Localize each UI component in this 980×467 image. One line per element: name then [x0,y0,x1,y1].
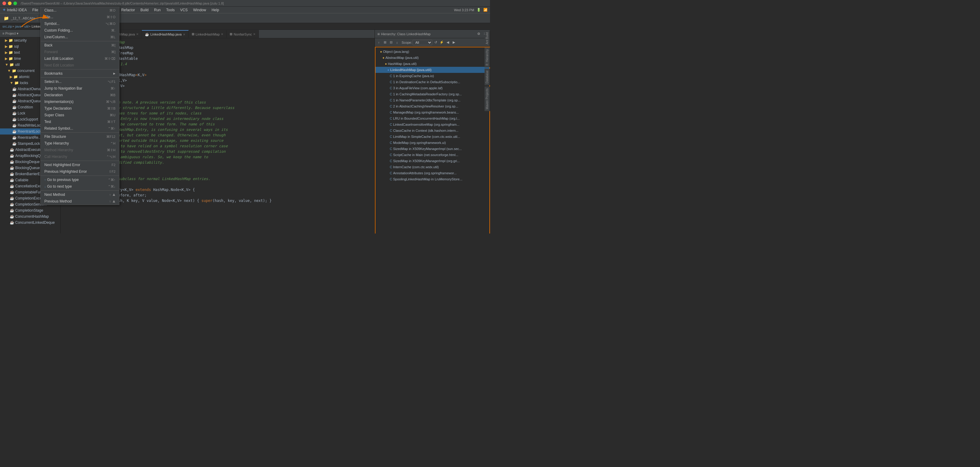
dd-class[interactable]: Class... ⌘O [41,7,119,14]
maximize-button[interactable] [13,2,17,5]
hierarchy-prev-icon[interactable]: ◀ [445,40,450,45]
dd-select-in[interactable]: Select In... ⌥F1 [41,78,119,85]
dd-prev-error-shortcut: ⇧F2 [109,170,115,174]
dd-prev-error[interactable]: Previous Highlighted Error ⇧F2 [41,168,119,175]
hierarchy-collapse-icon[interactable]: ⊟ [388,40,394,45]
h-linkedhashmap[interactable]: ● LinkedHashMap (java.util) [375,67,489,73]
h-lru[interactable]: C LRU in BoundedConcurrentHashMap (org.l… [375,115,489,121]
dd-declaration[interactable]: Declaration ⌘B [41,92,119,98]
dd-jump-nav[interactable]: Jump to Navigation Bar ⌘↑ [41,85,119,92]
dd-next-method-shortcut: ↑ [109,193,115,197]
dd-method-hierarchy-shortcut: ⌘⇧H [107,148,115,152]
dd-next-type[interactable]: ↓ Go to next type ⌃⌘↓ [41,183,119,190]
dd-next-error[interactable]: Next Highlighted Error F2 [41,162,119,168]
dd-prev-method[interactable]: Previous Method ↑ [41,198,119,205]
dd-super-class[interactable]: Super Class ⌘U [41,112,119,118]
dd-next-edit-label: Next Edit Location [45,63,111,67]
dd-file[interactable]: File... ⌘⇧O [41,14,119,20]
run-config-selector[interactable]: _12_T...ABCAlte [11,14,35,22]
h-abstractmap[interactable]: ● AbstractMap (java.util) [375,55,489,61]
hierarchy-next-icon[interactable]: ▶ [451,40,457,45]
menu-run[interactable]: Run [151,7,163,13]
bc-java[interactable]: java [15,25,21,28]
tab-nonfairsync[interactable]: ⊞ NonfairSync ✕ [227,30,259,38]
h-limitmap[interactable]: C LimitMap in SimpleCache (com.ctc.wstx.… [375,133,489,140]
h-managedmap[interactable]: C ManagedMap (org.springframework.beans.… [375,109,489,115]
dd-type-hierarchy-shortcut: ⌃H [110,141,115,145]
menu-refactor[interactable]: Refactor [119,7,137,13]
tab-linkedhashmap[interactable]: ☕ LinkedHashMap.java ✕ [142,30,189,38]
tab-close-linkedhashmap2[interactable]: ✕ [221,32,223,36]
hierarchy-expand-icon[interactable]: ⊞ [382,40,388,45]
dd-prev-type[interactable]: ↑ Go to previous type ⌃⌘↑ [41,176,119,183]
hierarchy-settings-icon[interactable]: ⚙ [476,31,482,37]
side-tab-maven[interactable]: Maven Projects [485,87,490,111]
close-button[interactable] [2,2,6,5]
dd-test[interactable]: Test ⌘⇧T [41,118,119,125]
tree-concurrenthashmap[interactable]: ☕ ConcurrentHashMap [0,213,60,219]
h-modelmap[interactable]: C ModelMap (org.springframework.ui) [375,140,489,146]
menu-window[interactable]: Window [191,7,209,13]
dd-related-symbol[interactable]: Related Symbol... ⌃⌘↑ [41,125,119,132]
menu-vcs[interactable]: VCS [178,7,190,13]
dd-file-shortcut: ⌘⇧O [107,15,115,19]
side-tab-ant-build[interactable]: Ant Build [485,30,490,46]
scope-selector[interactable]: All Project [412,40,432,45]
dd-line-column[interactable]: Line/Column... ⌘L [41,34,119,40]
dd-sep-1 [41,41,119,41]
menu-file[interactable]: File [30,7,40,13]
menu-help[interactable]: Help [209,7,221,13]
h-hashmap[interactable]: ● HashMap (java.util) [375,61,489,67]
h-interncache[interactable]: C InternCache (com.ctc.wstx.util) [375,164,489,170]
h-linkedcase[interactable]: C LinkedCaseInsensitiveMap (org.springfr… [375,121,489,127]
dd-jump-nav-shortcut: ⌘↑ [111,87,116,91]
dd-prev-type-shortcut: ⌃⌘↑ [108,178,116,182]
side-tab-hierarchy[interactable]: 8: Hierarchy [485,48,490,67]
h-cachingmetadata[interactable]: C 1 in CachingMetadataReaderFactory (org… [375,91,489,97]
dd-last-edit[interactable]: Last Edit Location ⌘⇧⌫ [41,55,119,62]
side-tab-database[interactable]: Database [485,68,490,85]
h-sizedmap2[interactable]: C SizedMap in X509KeyManagerImpl (org.gr… [375,158,489,164]
bc-src-zip[interactable]: src.zip [2,25,12,28]
dd-implementations[interactable]: Implementation(s) ⌘⌥B [41,98,119,105]
tab-close-nonfairsync[interactable]: ✕ [253,32,256,36]
tab-label-linkedhashmap2: LinkedHashMap [196,32,220,36]
h-scriptcache[interactable]: C ScriptCache in Main (net.sourceforge.h… [375,152,489,158]
tree-concurrentlinked[interactable]: ☕ ConcurrentLinkedDeque [0,219,60,226]
project-icon[interactable]: 📁 [2,14,10,22]
dd-file-structure[interactable]: File Structure ⌘F12 [41,133,119,140]
h-classcache[interactable]: C ClassCache in Context (idk.hashorn.int… [375,127,489,133]
h-sizedmap1[interactable]: C SizedMap in X509KeyManagerImpl (sun.se… [375,146,489,152]
h-annotationattributes[interactable]: C AnnotationAttributes (org.springframew… [375,170,489,176]
bc-util[interactable]: util [24,25,29,28]
dd-prev-method-shortcut: ↑ [109,200,115,203]
dd-type-hierarchy[interactable]: Type Hierarchy ⌃H [41,140,119,147]
dd-next-method[interactable]: Next Method ↑ [41,191,119,198]
dd-custom-folding[interactable]: Custom Folding... ⌘. [41,27,119,34]
dd-next-method-label: Next Method [45,192,104,197]
dd-type-declaration[interactable]: Type Declaration ⌘⇧B [41,105,119,112]
h-namedparam[interactable]: C 1 in NamedParameterJdbcTemplate (org.s… [375,97,489,103]
dd-back[interactable]: Back ⌘[ [41,42,119,49]
h-spooling[interactable]: C SpoolingLinkedHashMap in LruMemoryStor… [375,176,489,182]
tree-completionstage[interactable]: ☕ CompletionStage [0,207,60,213]
h-abstractcaching[interactable]: C 2 in AbstractCachingViewResolver (org.… [375,103,489,109]
tab-linkedhashmap2[interactable]: ⊞ LinkedHashMap ✕ [189,30,227,38]
minimize-button[interactable] [8,2,11,5]
h-object[interactable]: ● Object (java.lang) [375,49,489,55]
dd-symbol[interactable]: Symbol... ⌥⌘O [41,20,119,27]
h-destinationcache[interactable]: C 1 in DestinationCache in DefaultSubscr… [375,79,489,85]
hierarchy-filter-icon[interactable]: ⚡ [439,40,444,45]
menu-build[interactable]: Build [138,7,151,13]
menu-tools[interactable]: Tools [164,7,177,13]
tab-close-linkedhashmap[interactable]: ✕ [183,33,185,36]
dd-symbol-shortcut: ⌥⌘O [105,22,115,26]
dd-declaration-shortcut: ⌘B [110,93,115,97]
hierarchy-refresh-icon[interactable]: ↺ [433,40,438,45]
dd-bookmarks[interactable]: Bookmarks ▶ [41,70,119,77]
h-aquafileview[interactable]: C 3 in AquaFileView (com.apple.laf) [375,85,489,91]
h-expiringcache[interactable]: C 1 in ExpiringCache (java.io) [375,73,489,79]
hierarchy-sort-icon[interactable]: ↕ [394,40,400,45]
tab-close-hashmap[interactable]: ✕ [136,32,138,36]
hierarchy-nav-icon[interactable]: ↑ [376,40,382,45]
